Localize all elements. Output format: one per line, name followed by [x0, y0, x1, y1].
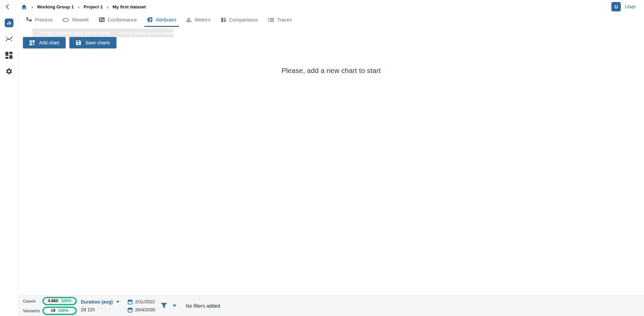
tab-process[interactable]: Process	[24, 13, 55, 27]
home-icon	[21, 4, 27, 10]
save-charts-button[interactable]: Save charts	[69, 37, 116, 48]
process-icon	[26, 17, 32, 22]
breadcrumb-item-working-group[interactable]: Working Group 1	[37, 4, 74, 9]
end-date-value: 20/4/2030	[135, 307, 155, 312]
filter-button[interactable]	[161, 303, 167, 309]
breadcrumb-separator: ›	[31, 4, 33, 9]
body-layout: Process Rework	[0, 13, 644, 316]
tab-label: Conformance	[108, 17, 137, 23]
duration-block: Duration (avg) 2d 11h	[81, 299, 120, 312]
tab-traces[interactable]: Traces	[265, 13, 295, 27]
chevron-down-icon	[173, 305, 176, 307]
chevron-left-icon	[4, 3, 11, 10]
start-date-value: 2/11/2022	[135, 299, 155, 304]
tab-label: Process	[35, 17, 53, 23]
user-name[interactable]: User	[625, 4, 636, 10]
save-charts-label: Save charts	[85, 40, 110, 45]
chart-toolbar: Add chart Save charts	[23, 37, 116, 48]
sidebar-item-settings[interactable]	[4, 67, 14, 76]
tab-label: Attributes	[156, 17, 176, 23]
save-icon	[76, 40, 81, 45]
tab-attributes[interactable]: Attributes	[144, 13, 179, 27]
add-chart-icon	[29, 40, 35, 46]
compare-icon	[221, 17, 226, 23]
user-avatar[interactable]: U	[611, 2, 621, 11]
chevron-down-icon	[116, 301, 120, 303]
analytics-icon	[5, 18, 13, 27]
breadcrumb-item-dataset[interactable]: My first dataset	[112, 4, 146, 9]
variants-percent: 100%	[58, 308, 68, 313]
breadcrumb-separator: ›	[107, 4, 108, 9]
date-range-block: 2/11/2022 20/4/2030	[128, 299, 155, 313]
top-bar: › Working Group 1 › Project 1 › My first…	[0, 0, 644, 13]
tab-rework[interactable]: Rework	[60, 13, 91, 27]
breadcrumb-item-project[interactable]: Project 1	[83, 4, 103, 9]
tab-metrics[interactable]: Metrics	[184, 13, 213, 27]
conformance-icon	[99, 17, 105, 22]
left-sidebar	[0, 13, 18, 316]
sidebar-item-dashboard[interactable]	[4, 50, 14, 60]
tab-label: Comparisons	[229, 17, 258, 23]
ghost-tooltip: checking against process models	[119, 29, 174, 37]
tab-label: Metrics	[195, 17, 211, 23]
no-filters-text: No filters added	[186, 303, 220, 309]
filter-dropdown-button[interactable]	[173, 305, 176, 307]
filter-block	[161, 303, 176, 309]
home-button[interactable]	[21, 4, 27, 10]
duration-value: 2d 11h	[81, 307, 120, 312]
breadcrumb-separator: ›	[78, 4, 79, 9]
insights-icon	[5, 35, 13, 43]
calendar-icon	[128, 307, 133, 313]
stat-labels: Cases 4.860 100% Variants 19 100%	[23, 297, 77, 315]
tab-bar: Process Rework	[18, 13, 644, 27]
bar-chart-icon	[187, 17, 192, 23]
calendar-icon	[128, 299, 133, 305]
variants-value: 19	[51, 308, 56, 313]
app-window: › Working Group 1 › Project 1 › My first…	[0, 0, 644, 316]
end-date-picker[interactable]: 20/4/2030	[128, 307, 155, 313]
list-icon	[268, 17, 274, 22]
tab-conformance[interactable]: Conformance	[96, 13, 140, 27]
status-bar: Cases 4.860 100% Variants 19 100%	[18, 295, 644, 316]
variants-label: Variants	[23, 308, 42, 313]
duration-selector[interactable]: Duration (avg)	[81, 299, 120, 305]
empty-state-message: Please, add a new chart to start	[18, 67, 644, 75]
sidebar-item-insights[interactable]	[4, 34, 14, 44]
cases-percent: 100%	[61, 299, 71, 303]
dashboard-icon	[5, 52, 12, 59]
main-area: Process Rework	[18, 13, 644, 316]
variants-count-pill[interactable]: 19 100%	[42, 307, 77, 315]
settings-icon	[5, 68, 13, 75]
add-chart-label: Add chart	[39, 40, 59, 45]
cases-label: Cases	[23, 299, 42, 304]
rework-icon	[63, 17, 69, 22]
tab-label: Rework	[72, 17, 89, 23]
add-chart-button[interactable]: Add chart	[23, 37, 66, 48]
filter-funnel-icon	[161, 303, 167, 309]
cases-value: 4.860	[48, 299, 58, 303]
duration-label: Duration (avg)	[81, 299, 113, 305]
sidebar-item-analytics[interactable]	[4, 18, 14, 28]
back-button[interactable]	[3, 2, 12, 11]
start-date-picker[interactable]: 2/11/2022	[128, 299, 155, 305]
pie-chart-icon	[147, 17, 153, 23]
cases-count-pill[interactable]: 4.860 100%	[42, 297, 77, 305]
tab-label: Traces	[277, 17, 292, 23]
tab-comparisons[interactable]: Comparisons	[218, 13, 261, 27]
ghost-tooltip: Inspect potential waste and its impact	[32, 29, 119, 37]
